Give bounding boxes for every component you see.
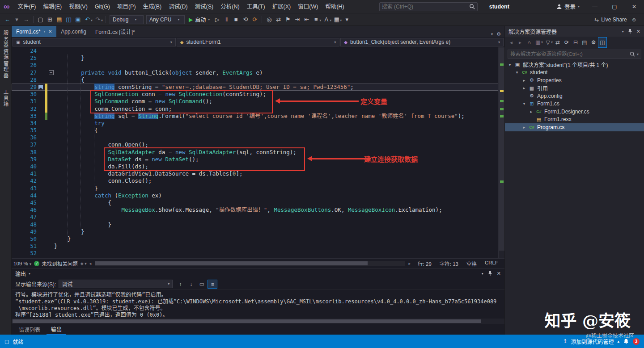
diff-margin-icon[interactable]: ◈ ▾ (80, 261, 87, 266)
fold-margin[interactable] (48, 134, 54, 141)
code-line-43[interactable]: 43 } (12, 185, 504, 192)
outdent-icon[interactable]: ⇤ (302, 14, 311, 25)
code-line-30[interactable]: 30 SqlConnection conn = new SqlConnectio… (12, 91, 504, 98)
breakpoint-margin[interactable] (12, 141, 21, 148)
tree-item-references[interactable]: ▸▦引用 (505, 84, 644, 92)
live-share-button[interactable]: ⇆ Live Share (594, 17, 627, 23)
member-dropdown[interactable]: ◆ button1_Click(object sender, EventArgs… (340, 38, 504, 46)
tab-app-config[interactable]: App.config (56, 26, 91, 37)
menu-build[interactable]: 生成(B) (140, 0, 165, 13)
breakpoint-margin[interactable] (12, 76, 21, 84)
tree-item-project-student[interactable]: ▾C#student (505, 69, 644, 77)
open-file-icon[interactable]: ▤ (55, 14, 64, 25)
breakpoint-margin[interactable] (12, 47, 21, 55)
type-dropdown[interactable]: ◆ student.Form1 ▾ (177, 38, 340, 46)
navigate-backward-icon[interactable]: ← (3, 14, 12, 25)
back-icon[interactable]: ◂ (507, 38, 516, 47)
code-line-52[interactable]: 52 (12, 250, 504, 257)
breakpoint-margin[interactable] (12, 250, 21, 257)
add-item-icon[interactable]: ⊞ (45, 14, 55, 25)
tree-item-solution[interactable]: ▾▣解决方案"student"(1 个项目/共 1 个) (505, 61, 644, 69)
chevron-down-icon[interactable]: ▾ (482, 272, 483, 276)
code-line-33[interactable]: 33 string sql = String.Format("select co… (12, 113, 504, 120)
code-line-45[interactable]: 45 { (12, 199, 504, 206)
close-button[interactable]: ✕ (624, 0, 644, 13)
breakpoint-margin[interactable] (12, 105, 21, 113)
filter-icon-caret[interactable]: ▾ (551, 40, 553, 44)
fold-margin[interactable] (48, 228, 54, 235)
breakpoint-margin[interactable] (12, 98, 21, 105)
fold-margin[interactable] (48, 214, 54, 221)
code-health-indicator[interactable]: ✓ 未找到相关问题 (34, 260, 78, 267)
code-line-32[interactable]: 32 comm.Connection = conn; (12, 105, 504, 113)
breakpoint-margin[interactable] (12, 69, 21, 76)
tree-item-form1-resx[interactable]: ▤Form1.resx (505, 116, 644, 124)
window-layout-icon-caret[interactable]: ▾ (340, 18, 342, 22)
go-to-previous-message-icon[interactable]: ↑ (175, 280, 185, 289)
find-icon[interactable]: ◎ (264, 14, 274, 25)
code-line-41[interactable]: 41 dataGridView1.DataSource = ds.Tables[… (12, 170, 504, 177)
restart-icon[interactable]: ⟲ (241, 14, 250, 25)
breakpoint-margin[interactable] (12, 120, 21, 127)
code-line-27[interactable]: 27– private void button1_Click(object se… (12, 69, 504, 76)
tree-item-form1-cs[interactable]: ▾⊞Form1.cs (505, 100, 644, 108)
clear-all-icon[interactable]: ▭ (197, 280, 207, 289)
code-line-44[interactable]: 44 catch (Exception ex) (12, 192, 504, 199)
minimize-button[interactable]: — (585, 0, 605, 13)
tree-collapse-icon[interactable]: ▾ (515, 70, 519, 75)
code-line-51[interactable]: 51} (12, 243, 504, 250)
breakpoint-margin[interactable] (12, 149, 21, 156)
column-indicator[interactable]: 字符: 13 (440, 260, 458, 267)
breakpoint-margin[interactable] (12, 235, 21, 243)
fold-margin[interactable] (48, 105, 54, 113)
code-line-29[interactable]: 29 string connString = "server=.;databas… (12, 84, 504, 91)
scrollbar-thumb[interactable] (499, 47, 504, 251)
output-source-dropdown[interactable]: 调试 ▾ (59, 280, 173, 288)
breakpoint-margin[interactable] (12, 134, 21, 141)
code-line-24[interactable]: 24 (12, 47, 504, 55)
code-line-26[interactable]: 26 (12, 62, 504, 69)
menu-extensions[interactable]: 扩展(X) (269, 0, 295, 13)
stop-debugging-icon[interactable]: ■ (231, 14, 241, 25)
tab-output[interactable]: 输出 (47, 324, 66, 335)
collapse-all-icon[interactable]: ⊟ (571, 38, 580, 47)
preview-selected-items-icon[interactable]: ◫ (598, 37, 607, 48)
fold-margin[interactable] (48, 47, 54, 55)
navigate-forward-icon[interactable]: → (21, 14, 31, 25)
tree-item-program-cs[interactable]: ▸C#Program.cs (505, 123, 644, 131)
fold-margin[interactable] (48, 243, 54, 250)
code-line-49[interactable]: 49 } (12, 228, 504, 235)
menu-debug[interactable]: 调试(D) (165, 0, 191, 13)
fold-margin[interactable] (48, 76, 54, 84)
project-dropdown[interactable]: ▣ student ▾ (13, 38, 176, 46)
properties-icon[interactable]: ⚙ (589, 38, 598, 47)
toggle-word-wrap-icon[interactable]: ≡ (208, 280, 217, 289)
search-icon[interactable] (469, 4, 475, 9)
fold-margin[interactable] (48, 55, 54, 62)
tab-error-list[interactable]: 错误列表 (14, 324, 45, 335)
breakpoint-margin[interactable] (12, 206, 21, 214)
pin-icon[interactable]: ◦ (44, 29, 45, 34)
chevron-down-icon[interactable]: ▾ (637, 52, 639, 56)
start-debugging-button[interactable]: ▶ 启动 ▾ (189, 16, 210, 23)
tab-form1-cs[interactable]: Form1.cs*◦✕ (12, 26, 56, 37)
menu-file[interactable]: 文件(F) (14, 0, 40, 13)
close-icon[interactable]: ✕ (497, 271, 501, 277)
menu-git[interactable]: Git(G) (91, 0, 114, 13)
fold-margin[interactable]: – (48, 69, 54, 76)
fold-margin[interactable] (48, 141, 54, 148)
menu-project[interactable]: 项目(P) (114, 0, 140, 13)
redo-icon-caret[interactable]: ▾ (101, 18, 103, 22)
menu-window[interactable]: 窗口(W) (294, 0, 322, 13)
scroll-right-icon[interactable]: ▸ (409, 261, 411, 266)
notifications-bell-icon[interactable] (623, 338, 629, 344)
sidebar-item-server-explorer[interactable]: 服务器资源管理器 (2, 30, 9, 79)
global-search-box[interactable] (379, 2, 478, 11)
fold-margin[interactable] (48, 120, 54, 127)
fold-margin[interactable] (48, 206, 54, 214)
indentation-indicator[interactable]: 空格 (466, 260, 477, 267)
sync-with-active-document-icon[interactable]: ⇄ (553, 38, 562, 47)
undo-icon-caret[interactable]: ▾ (91, 18, 93, 22)
menu-test[interactable]: 测试(S) (191, 0, 217, 13)
pin-icon[interactable] (628, 29, 632, 34)
